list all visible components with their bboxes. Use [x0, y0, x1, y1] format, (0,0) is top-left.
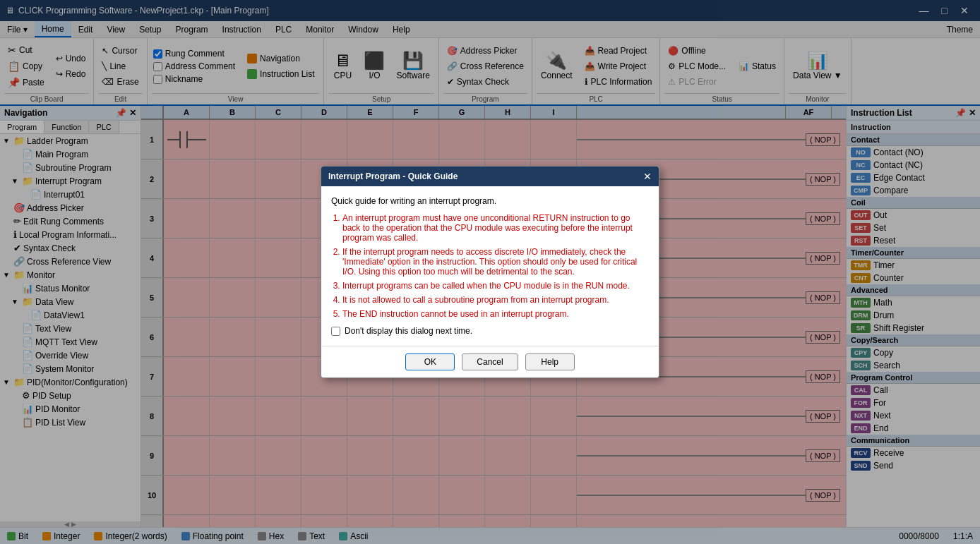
modal-dialog: Interrupt Program - Quick Guide ✕ Quick …: [321, 166, 659, 378]
modal-overlay[interactable]: Interrupt Program - Quick Guide ✕ Quick …: [0, 0, 980, 544]
no-display-label: Don't display this dialog next time.: [345, 326, 472, 336]
ok-button[interactable]: OK: [405, 353, 455, 370]
modal-list-item-2: If the interrupt program needs to access…: [342, 247, 649, 277]
modal-body: Quick guide for writing an interrupt pro…: [321, 186, 659, 346]
modal-intro: Quick guide for writing an interrupt pro…: [331, 196, 649, 206]
modal-list: An interrupt program must have one uncon…: [342, 213, 649, 319]
no-display-checkbox[interactable]: [331, 327, 340, 336]
modal-list-item-3: Interrupt programs can be called when th…: [342, 281, 649, 291]
modal-footer: OK Cancel Help: [321, 346, 659, 377]
cancel-button[interactable]: Cancel: [462, 353, 518, 370]
help-button[interactable]: Help: [525, 353, 575, 370]
modal-title: Interrupt Program - Quick Guide: [328, 171, 458, 181]
modal-title-bar: Interrupt Program - Quick Guide ✕: [321, 167, 659, 186]
modal-list-item-5: The END instruction cannot be used in an…: [342, 309, 649, 319]
modal-checkbox-area: Don't display this dialog next time.: [331, 326, 649, 336]
modal-list-item-1: An interrupt program must have one uncon…: [342, 213, 649, 243]
modal-close-button[interactable]: ✕: [643, 171, 652, 182]
modal-list-item-4: It is not allowed to call a subroutine p…: [342, 295, 649, 305]
